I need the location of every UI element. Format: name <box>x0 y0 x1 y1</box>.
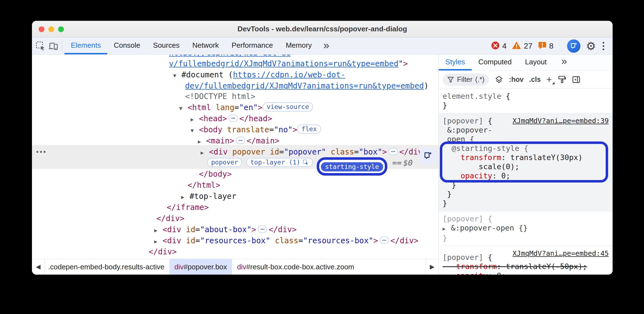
dom-tree-row[interactable]: </iframe> <box>167 202 209 213</box>
zoom-window-button[interactable] <box>58 26 64 32</box>
dom-tree-row[interactable]: <!DOCTYPE html> <box>185 91 255 102</box>
breadcrumb-item[interactable]: .codepen-embed-body.results-active <box>45 259 169 275</box>
collapse-arrow-icon[interactable]: ▼ <box>191 125 199 136</box>
dom-tree-row[interactable]: ▶<div id="about-box">⋯</div> <box>154 224 297 235</box>
style-rule-line[interactable]: } <box>443 180 609 189</box>
style-rule-line[interactable]: } <box>443 189 609 199</box>
expand-arrow-icon[interactable]: ▶ <box>191 114 199 125</box>
inspect-icon[interactable] <box>34 37 47 54</box>
gear-icon[interactable]: ⚙ <box>586 40 596 52</box>
style-rule-section[interactable]: XJmqMdV?ani…pe=embed:45[popover] { trans… <box>439 246 613 275</box>
style-rule-line[interactable]: ▶&:popover-open {} <box>443 223 609 233</box>
dom-tree-row[interactable]: ▼<html lang="en">view-source <box>179 102 317 113</box>
adorner-badge-popover[interactable]: popover <box>207 158 242 167</box>
expand-inline-button[interactable]: ⋯ <box>229 115 238 122</box>
minimize-window-button[interactable] <box>48 26 54 32</box>
breadcrumb-scroll-right-button[interactable]: ▶ <box>426 259 438 275</box>
stylesheet-source-link[interactable]: XJmqMdV?ani…pe=embed:45 <box>513 249 609 257</box>
error-badge-icon[interactable] <box>491 41 500 51</box>
adorner-badge-top-layer[interactable]: top-layer (1) <box>246 158 313 167</box>
expand-arrow-icon[interactable]: ▶ <box>198 136 206 147</box>
resource-link[interactable]: dev/fullembedgrid/XJmqMdV?animations=run… <box>185 81 424 90</box>
warning-badge-icon[interactable] <box>511 40 521 52</box>
tab-network[interactable]: Network <box>186 37 225 54</box>
layers-icon[interactable] <box>495 75 503 84</box>
more-panels-button[interactable] <box>318 37 334 54</box>
rendering-emulation-icon[interactable] <box>557 75 566 84</box>
more-sidebar-tabs-button[interactable] <box>553 55 575 70</box>
expand-inline-button[interactable]: ⋯ <box>389 148 398 155</box>
close-window-button[interactable] <box>39 26 44 32</box>
adorner-badge-starting-style[interactable]: starting-style <box>321 162 383 171</box>
style-rule-section[interactable]: XJmqMdV?ani…pe=embed:39[popover] { &:pop… <box>439 113 613 211</box>
new-style-rule-button[interactable]: + <box>546 74 552 85</box>
resource-link[interactable]: https://cdpn.io/web-dot-de <box>169 55 291 57</box>
ai-assistant-icon[interactable] <box>567 39 580 53</box>
expand-arrow-icon[interactable]: ▶ <box>154 236 163 247</box>
dom-tree-row[interactable]: ▶<main>⋯</main> <box>198 135 279 146</box>
tab-sources[interactable]: Sources <box>147 37 186 54</box>
adorner-badge-flex[interactable]: flex <box>297 125 321 134</box>
style-rule-line[interactable]: [popover] { <box>443 214 609 223</box>
expand-arrow-icon[interactable]: ▶ <box>443 224 451 233</box>
dom-tree-row[interactable]: ▼#document (https://cdpn.io/web-dot- <box>173 69 345 80</box>
tab-performance[interactable]: Performance <box>225 37 279 54</box>
dom-tree-row[interactable]: dev/fullembedgrid/XJmqMdV?animations=run… <box>185 80 429 92</box>
breadcrumb-scroll-left-button[interactable]: ◀ <box>32 259 45 275</box>
dom-tree-row[interactable]: popovertop-layer (1)starting-style==$0 <box>207 158 413 169</box>
styles-filter-input[interactable]: Filter (.*) <box>443 74 489 86</box>
dom-tree-row[interactable]: </html> <box>188 180 220 191</box>
style-rule-line[interactable]: opacity: 0; <box>443 271 609 275</box>
expand-inline-button[interactable]: ⋯ <box>258 226 267 233</box>
style-rule-line[interactable]: element.style { <box>443 92 609 101</box>
sidebar-tab-styles[interactable]: Styles <box>439 55 472 70</box>
style-rule-line[interactable]: transform: translateY(-50px); <box>443 262 609 271</box>
style-rule-section[interactable]: element.style {} <box>439 89 613 113</box>
expand-arrow-icon[interactable]: ▶ <box>181 191 189 202</box>
tab-elements[interactable]: Elements <box>64 37 107 54</box>
collapse-arrow-icon[interactable]: ▼ <box>179 103 188 114</box>
breadcrumb-item[interactable]: div#popover.box <box>169 259 232 275</box>
expand-arrow-icon[interactable]: ▶ <box>154 225 163 236</box>
dom-tree-row[interactable]: ▼<body translate="no">flex <box>191 124 325 135</box>
style-rule-line[interactable]: opacity: 0; <box>443 171 609 180</box>
element-classes-button[interactable]: .cls <box>529 75 541 83</box>
dom-tree-row[interactable]: ▶#top-layer <box>181 191 236 202</box>
dom-tree-row[interactable]: </div> <box>149 246 177 257</box>
stylesheet-source-link[interactable]: XJmqMdV?ani…pe=embed:39 <box>513 117 609 125</box>
device-toolbar-icon[interactable] <box>47 37 60 54</box>
resource-link[interactable]: https://cdpn.io/web-dot- <box>233 70 345 79</box>
expand-arrow-icon[interactable]: ▶ <box>201 147 209 158</box>
tab-memory[interactable]: Memory <box>279 37 318 54</box>
issues-badge-icon[interactable] <box>538 41 547 51</box>
dom-tree-row[interactable]: </div> <box>156 213 184 224</box>
style-rule-line[interactable]: scale(0); <box>443 162 609 171</box>
tab-console[interactable]: Console <box>107 37 146 54</box>
dom-tree-row[interactable]: ▶<head>⋯</head> <box>191 113 272 124</box>
style-rule-line[interactable]: open { <box>443 135 609 144</box>
adorner-badge-view-source[interactable]: view-source <box>263 102 313 112</box>
style-rule-line[interactable]: transform: translateY(30px) <box>443 153 609 162</box>
toggle-element-state-button[interactable]: :hov <box>509 75 524 83</box>
dom-tree-row[interactable]: ▶<div id="resources-box" class="resource… <box>154 235 418 246</box>
collapse-arrow-icon[interactable]: ▼ <box>173 70 181 81</box>
ai-assistant-chip[interactable] <box>420 148 436 164</box>
resource-link[interactable]: v/fullembedgrid/XJmqMdV?animations=run&t… <box>169 59 398 68</box>
sidebar-tab-computed[interactable]: Computed <box>472 55 518 70</box>
kebab-menu-icon[interactable] <box>599 42 608 50</box>
style-rule-line[interactable]: &:popover- <box>443 125 609 135</box>
regex-toggle[interactable]: (.*) <box>475 75 485 83</box>
dom-tree-row[interactable]: ▶<div popover id="popover" class="box">⋯… <box>201 146 427 158</box>
expand-inline-button[interactable]: ⋯ <box>380 237 389 244</box>
sidebar-tab-layout[interactable]: Layout <box>518 55 553 70</box>
style-rule-line[interactable]: } <box>443 233 609 242</box>
dom-tree-row[interactable]: v/fullembedgrid/XJmqMdV?animations=run&t… <box>169 58 408 69</box>
dom-tree-row[interactable]: </body> <box>199 169 232 180</box>
breadcrumb-item[interactable]: div#result-box.code-box.active.zoom <box>232 259 359 275</box>
expand-inline-button[interactable]: ⋯ <box>236 137 245 144</box>
style-rule-line[interactable]: } <box>443 101 609 110</box>
style-rule-line[interactable]: } <box>443 199 609 208</box>
style-rule-line[interactable]: @starting-style { <box>443 144 609 153</box>
dock-sidebar-icon[interactable] <box>572 75 581 84</box>
style-rule-section[interactable]: [popover] {▶&:popover-open {}} <box>439 211 613 246</box>
